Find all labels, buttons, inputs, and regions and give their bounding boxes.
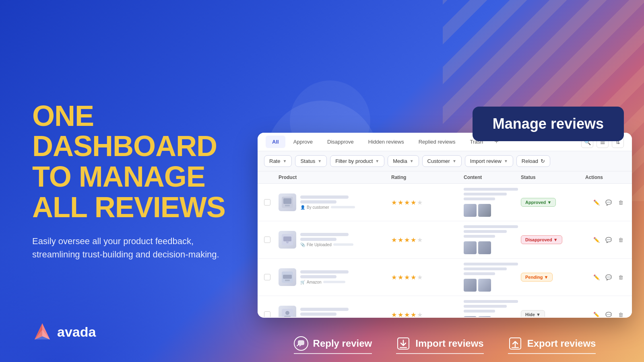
row3-rating: ★★★★★ [391, 274, 464, 281]
media-filter[interactable]: Media ▼ [388, 155, 419, 167]
row2-status[interactable]: Disapproved ▼ [521, 235, 585, 244]
customer-filter[interactable]: Customer ▼ [422, 155, 462, 167]
row1-edit-icon[interactable]: ✏️ [592, 197, 601, 207]
tab-replied-reviews[interactable]: Replied reviews [412, 136, 462, 148]
row1-status[interactable]: Approved ▼ [521, 198, 585, 207]
row4-checkbox[interactable] [264, 311, 279, 317]
row3-edit-icon[interactable]: ✏️ [592, 272, 601, 282]
tab-all[interactable]: All [266, 136, 285, 148]
row3-product-name-line [300, 270, 349, 274]
row1-delete-icon[interactable]: 🗑 [616, 197, 625, 207]
row2-edit-icon[interactable]: ✏️ [592, 235, 601, 245]
header-actions-col: Actions [585, 175, 625, 180]
import-reviews-button[interactable]: Import reviews [396, 336, 483, 354]
row4-rating: ★★★★★ [391, 311, 464, 317]
dashboard-panel: All Approve Disapprove Hidden reviews Re… [258, 133, 632, 318]
row4-product-name-line2 [300, 313, 336, 316]
row3-content [464, 263, 521, 292]
row3-status[interactable]: Pending ▼ [521, 273, 585, 282]
table-row: 📎 File Uploaded ★★★★★ [258, 221, 632, 259]
bottom-actions-bar: Reply review Import reviews [258, 336, 632, 354]
reload-button[interactable]: Reload ↻ [516, 155, 550, 167]
row1-product-name-line2 [300, 200, 336, 204]
header-product-col: Product [279, 175, 391, 180]
row1-product-info: 👤 By customer [300, 195, 355, 210]
table-header: Product Rating Content Status Actions [258, 171, 632, 184]
row1-source: 👤 By customer [300, 205, 355, 210]
customer-filter-label: Customer [427, 158, 450, 164]
hero-title: ONE DASHBOARD TO MANAGE ALL REVIEWS [32, 101, 233, 222]
tab-hidden-reviews[interactable]: Hidden reviews [362, 136, 411, 148]
hero-subtitle: Easily oversee all your product feedback… [32, 234, 225, 261]
row4-status[interactable]: Hide ▼ [521, 310, 585, 317]
row3-source: 🛒 Amazon [300, 280, 349, 284]
import-reviews-icon [396, 336, 411, 351]
row3-product: 🛒 Amazon [279, 268, 391, 286]
status-filter-label: Status [300, 158, 315, 164]
row4-product-thumb [279, 306, 296, 317]
tab-disapprove[interactable]: Disapprove [321, 136, 360, 148]
svg-marker-3 [35, 330, 50, 339]
customer-chevron-icon: ▼ [452, 159, 456, 163]
svg-rect-12 [285, 280, 290, 281]
row2-checkbox[interactable] [264, 237, 279, 243]
row2-product-info: 📎 File Uploaded [300, 233, 353, 247]
row3-delete-icon[interactable]: 🗑 [616, 272, 625, 282]
row4-edit-icon[interactable]: ✏️ [592, 310, 601, 317]
tab-approve[interactable]: Approve [287, 136, 319, 148]
row4-reply-icon[interactable]: 💬 [604, 310, 613, 317]
row4-product: 🛍 AliExpress [279, 306, 391, 317]
row2-product-name-line [300, 233, 349, 236]
filter-bar: Rate ▼ Status ▼ Filter by product ▼ Medi… [258, 151, 632, 171]
row4-product-name-line [300, 308, 349, 311]
row1-checkbox[interactable] [264, 199, 279, 206]
reload-label: Reload [522, 158, 538, 164]
table-row: 👤 By customer ★★★★★ [258, 184, 632, 221]
row2-product-thumb [279, 231, 296, 249]
logo-area: avada [32, 322, 96, 342]
row1-content [464, 188, 521, 217]
product-chevron-icon: ▼ [375, 159, 379, 163]
reload-icon: ↻ [541, 158, 545, 164]
svg-point-14 [285, 311, 289, 315]
row3-checkbox[interactable] [264, 274, 279, 280]
reply-review-button[interactable]: Reply review [294, 336, 372, 354]
product-filter[interactable]: Filter by product ▼ [330, 155, 384, 167]
reply-review-icon [294, 336, 308, 351]
svg-rect-5 [283, 198, 291, 204]
rate-chevron-icon: ▼ [283, 159, 287, 163]
right-panel: Manage reviews All Approve Disapprove Hi… [250, 0, 644, 362]
export-reviews-button[interactable]: Export reviews [508, 336, 596, 354]
row2-reply-icon[interactable]: 💬 [604, 235, 613, 245]
header-rating-col: Rating [391, 175, 464, 180]
svg-point-9 [286, 241, 289, 243]
row3-product-name-line2 [300, 275, 336, 278]
status-filter[interactable]: Status ▼ [295, 155, 327, 167]
table-area: Product Rating Content Status Actions [258, 171, 632, 317]
row2-content [464, 225, 521, 254]
rate-filter[interactable]: Rate ▼ [264, 155, 292, 167]
media-filter-label: Media [393, 158, 407, 164]
header-content-col: Content [464, 175, 521, 180]
import-review-filter[interactable]: Import review ▼ [465, 155, 513, 167]
import-review-chevron-icon: ▼ [504, 159, 508, 163]
header-checkbox-col [264, 175, 279, 180]
status-chevron-icon: ▼ [318, 159, 322, 163]
import-reviews-label: Import reviews [415, 338, 483, 349]
row4-actions: ✏️ 💬 🗑 [585, 310, 625, 317]
table-row: 🛒 Amazon ★★★★★ [258, 259, 632, 296]
row2-product-name-line2 [300, 238, 336, 241]
row1-product-thumb [279, 193, 296, 211]
row3-product-info: 🛒 Amazon [300, 270, 349, 284]
row1-product: 👤 By customer [279, 193, 391, 211]
row1-product-name-line [300, 195, 349, 199]
row3-reply-icon[interactable]: 💬 [604, 272, 613, 282]
row4-delete-icon[interactable]: 🗑 [616, 310, 625, 317]
row2-delete-icon[interactable]: 🗑 [616, 235, 625, 245]
left-panel: ONE DASHBOARD TO MANAGE ALL REVIEWS Easi… [0, 0, 266, 362]
export-reviews-label: Export reviews [527, 338, 596, 349]
header-status-col: Status [521, 175, 585, 180]
svg-rect-6 [285, 205, 290, 206]
row1-reply-icon[interactable]: 💬 [604, 197, 613, 207]
row2-product: 📎 File Uploaded [279, 231, 391, 249]
